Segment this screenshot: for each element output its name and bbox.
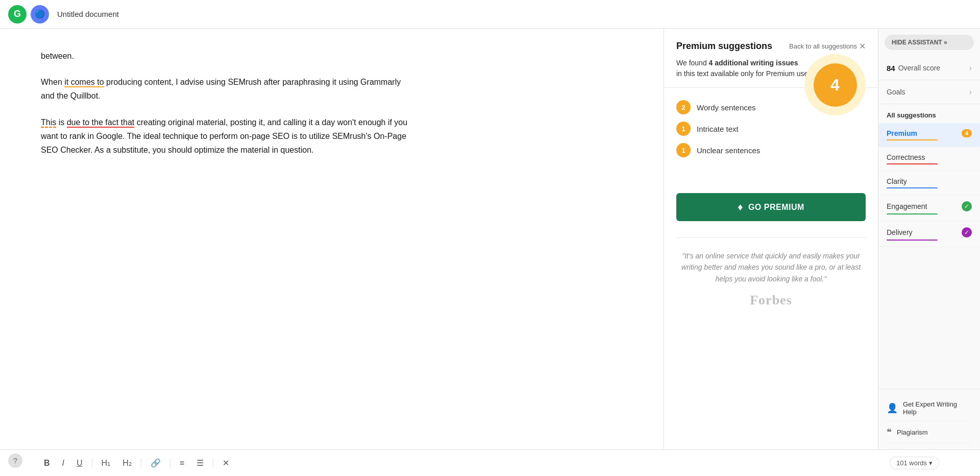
main-layout: between. When it comes to producing cont… [0,29,980,449]
bold-button[interactable]: B [41,457,53,470]
score-left: 84 Overall score [887,64,940,73]
issues-circle: 4 [804,54,866,115]
issue-badge-wordy: 2 [676,100,691,114]
suggestions-panel: Premium suggestions Back to all suggesti… [664,29,878,449]
delivery-check-icon: ✓ [962,227,972,237]
h1-button[interactable]: H₁ [99,456,114,470]
link-button[interactable]: 🔗 [148,456,164,470]
top-bar: G 🔵 Untitled document [0,0,980,29]
suggestion-highlight-2: This [41,118,56,128]
premium-panel-title: Premium suggestions [676,41,772,52]
h2-button[interactable]: H₂ [119,456,135,470]
goals-row[interactable]: Goals › [878,80,980,104]
suggestion-item-row: Delivery ✓ [887,227,972,237]
suggestion-name-delivery: Delivery [887,228,913,236]
issue-row: 1 Intricate text [676,122,804,136]
engagement-check-icon: ✓ [962,201,972,211]
plagiarism-icon: ❝ [887,426,892,438]
engagement-underline [887,213,938,215]
suggestion-item-engagement[interactable]: Engagement ✓ [878,195,980,221]
word-count-button[interactable]: 101 words ▾ [890,457,939,469]
suggestion-item-clarity[interactable]: Clarity [878,171,980,195]
suggestion-item-correctness[interactable]: Correctness [878,147,980,171]
quote-text: "It's an online service that quickly and… [676,250,866,284]
paragraph-3: This is due to the fact that creating or… [41,115,408,157]
diamond-icon: ♦ [738,201,743,213]
goals-label: Goals [887,88,905,96]
bottom-toolbar: B I U H₁ H₂ 🔗 ≡ ☰ ✕ 101 words ▾ [0,449,980,476]
suggestion-name-correctness: Correctness [887,153,925,161]
go-premium-button[interactable]: ♦ GO PREMIUM [676,193,866,221]
divider [676,237,866,238]
inner-circle: 4 [814,63,857,107]
suggestion-item-row: Premium 4 [887,129,972,137]
plagiarism-label: Plagiarism [897,429,928,436]
suggestion-name-premium: Premium [887,129,917,137]
premium-badge: 4 [962,129,972,137]
suggestion-item-row: Clarity [887,177,972,185]
paragraph-1: between. [41,49,408,63]
suggestion-item-row: Correctness [887,153,972,161]
suggestion-highlight-3: due to the fact that [67,118,135,128]
back-to-all-link[interactable]: Back to all suggestions ✕ [789,41,866,51]
outer-circle: 4 [804,54,866,115]
toolbar-separator [170,458,170,468]
score-number: 84 [887,64,895,73]
sidebar-footer: 👤 Get Expert Writing Help ❝ Plagiarism [878,389,980,449]
right-sidebar: HIDE ASSISTANT » 84 Overall score › Goal… [878,29,980,449]
issue-label-intricate: Intricate text [697,125,739,133]
suggestion-item-premium[interactable]: Premium 4 [878,123,980,147]
toolbar-separator [213,458,213,468]
plagiarism-item[interactable]: ❝ Plagiarism [887,421,972,443]
suggestion-name-clarity: Clarity [887,177,907,185]
issue-badge-intricate: 1 [676,122,691,136]
issue-row: 2 Wordy sentences [676,100,804,114]
toolbar-separator [141,458,141,468]
underline-button[interactable]: U [74,457,86,470]
suggestion-item-row: Engagement ✓ [887,201,972,211]
expert-label: Get Expert Writing Help [903,400,972,416]
issue-label-wordy: Wordy sentences [697,103,756,112]
issue-label-unclear: Unclear sentences [697,146,760,155]
chevron-right-icon: › [969,87,972,97]
editor-area[interactable]: between. When it comes to producing cont… [0,29,664,449]
editor-content[interactable]: between. When it comes to producing cont… [41,49,408,157]
toolbar-separator [92,458,92,468]
premium-underline [887,139,938,140]
issue-badge-unclear: 1 [676,143,691,157]
all-suggestions-label: All suggestions [878,104,980,123]
forbes-logo: Forbes [750,293,792,308]
unordered-list-button[interactable]: ☰ [193,456,207,470]
suggestion-item-delivery[interactable]: Delivery ✓ [878,221,980,247]
overall-score-row[interactable]: 84 Overall score › [878,56,980,80]
grammarly-logo: G [8,5,27,23]
issue-row: 1 Unclear sentences [676,143,804,157]
document-title[interactable]: Untitled document [57,10,119,18]
italic-button[interactable]: I [59,457,67,470]
issues-and-circle: 2 Wordy sentences 1 Intricate text 1 Unc… [676,100,866,181]
close-icon[interactable]: ✕ [859,41,866,51]
premium-header-row: Premium suggestions Back to all suggesti… [676,41,866,52]
hide-assistant-button[interactable]: HIDE ASSISTANT » [885,35,974,50]
ordered-list-button[interactable]: ≡ [177,457,187,470]
score-label: Overall score [898,64,940,72]
delivery-underline [887,240,938,241]
chevron-right-icon: › [969,63,972,73]
issues-list: 2 Wordy sentences 1 Intricate text 1 Unc… [676,100,804,164]
expert-icon: 👤 [887,402,898,414]
suggestion-highlight-1: it comes to [64,78,104,87]
premium-content: 2 Wordy sentences 1 Intricate text 1 Unc… [664,88,878,320]
help-button[interactable]: ? [8,454,22,468]
suggestion-name-engagement: Engagement [887,202,927,210]
user-avatar[interactable]: 🔵 [31,5,49,23]
get-expert-writing-help[interactable]: 👤 Get Expert Writing Help [887,395,972,421]
paragraph-2: When it comes to producing content, I ad… [41,75,408,103]
correctness-underline [887,163,938,164]
clarity-underline [887,187,938,188]
clear-formatting-button[interactable]: ✕ [219,456,232,470]
